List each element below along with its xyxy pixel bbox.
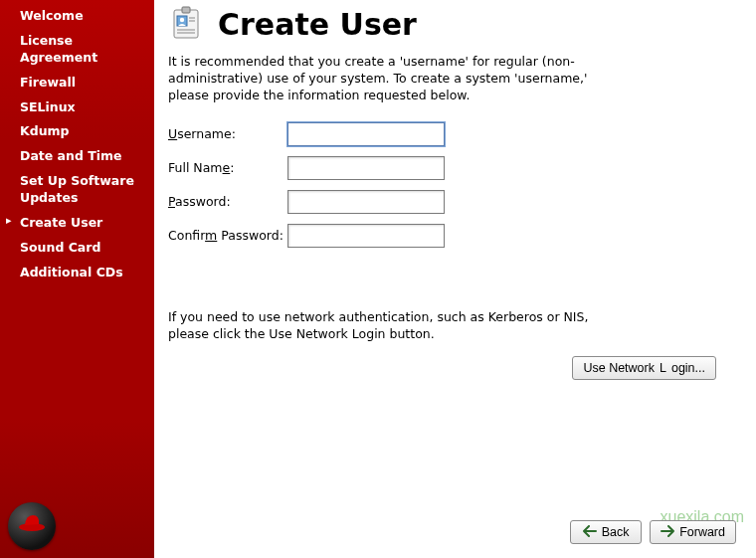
password-input[interactable] — [287, 190, 445, 214]
username-label: Username: — [168, 126, 287, 141]
svg-point-4 — [180, 18, 184, 22]
sidebar-item-selinux[interactable]: SELinux — [0, 95, 154, 120]
main-panel: Create User It is recommended that you c… — [154, 0, 756, 558]
sidebar-item-kdump[interactable]: Kdump — [0, 119, 154, 144]
sidebar-item-welcome[interactable]: Welcome — [0, 4, 154, 29]
network-login-text: If you need to use network authenticatio… — [168, 309, 626, 343]
sidebar-item-license[interactable]: License Agreement — [0, 29, 154, 71]
forward-button[interactable]: Forward — [650, 520, 736, 544]
arrow-right-icon — [661, 525, 674, 540]
password-label: Password: — [168, 194, 287, 209]
redhat-logo — [8, 502, 56, 550]
sidebar-item-firewall[interactable]: Firewall — [0, 71, 154, 95]
fullname-input[interactable] — [287, 156, 445, 180]
page-description: It is recommended that you create a 'use… — [168, 54, 626, 104]
svg-rect-2 — [182, 7, 190, 13]
wizard-sidebar: Welcome License Agreement Firewall SELin… — [0, 0, 154, 558]
fullname-label: Full Name: — [168, 160, 287, 175]
confirm-password-label: Confirm Password: — [168, 228, 287, 243]
sidebar-item-updates[interactable]: Set Up Software Updates — [0, 169, 154, 211]
use-network-login-button[interactable]: Use Network Login... — [572, 356, 716, 380]
user-badge-icon — [168, 6, 204, 42]
sidebar-item-datetime[interactable]: Date and Time — [0, 144, 154, 169]
back-button[interactable]: Back — [570, 520, 642, 544]
confirm-password-input[interactable] — [287, 224, 445, 248]
sidebar-item-cds[interactable]: Additional CDs — [0, 261, 154, 285]
username-input[interactable] — [287, 122, 445, 146]
page-title: Create User — [218, 7, 417, 42]
sidebar-list: Welcome License Agreement Firewall SELin… — [0, 4, 154, 285]
sidebar-item-sound[interactable]: Sound Card — [0, 236, 154, 261]
redhat-hat-icon — [17, 511, 47, 537]
sidebar-item-create-user[interactable]: Create User — [0, 211, 154, 236]
arrow-left-icon — [583, 525, 597, 540]
